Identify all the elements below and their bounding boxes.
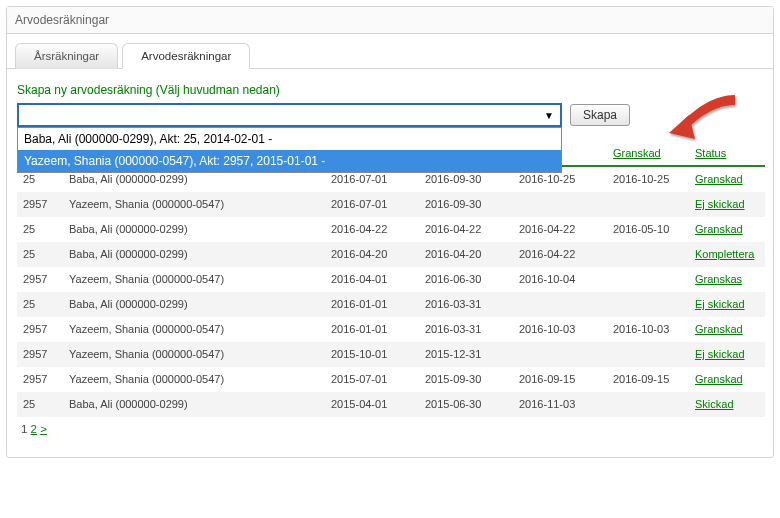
cell-tom: 2016-04-20 [419,242,513,267]
cell-from: 2016-04-22 [325,217,419,242]
table-row[interactable]: 2957Yazeem, Shania (000000-0547)2016-01-… [17,317,765,342]
cell-rev [607,292,689,317]
cell-status: Granskad [689,217,765,242]
cell-rev: 2016-10-03 [607,317,689,342]
cell-from: 2016-01-01 [325,317,419,342]
dropdown-option[interactable]: Baba, Ali (000000-0299), Akt: 25, 2014-0… [18,128,561,150]
cell-sent [513,292,607,317]
cell-name: Baba, Ali (000000-0299) [63,217,325,242]
cell-akt: 2957 [17,192,63,217]
cell-rev: 2016-09-15 [607,367,689,392]
status-link[interactable]: Ej skickad [695,348,745,360]
pager: 1 2 > [17,417,763,441]
tab-annual[interactable]: Årsräkningar [15,43,118,69]
principal-select[interactable]: ▼ [17,103,562,127]
table-row[interactable]: 2957Yazeem, Shania (000000-0547)2016-04-… [17,267,765,292]
table-row[interactable]: 2957Yazeem, Shania (000000-0547)2015-07-… [17,367,765,392]
sort-reviewed[interactable]: Granskad [613,147,661,159]
table-row[interactable]: 25Baba, Ali (000000-0299)2015-04-012015-… [17,392,765,417]
cell-akt: 25 [17,242,63,267]
cell-akt: 25 [17,217,63,242]
cell-name: Yazeem, Shania (000000-0547) [63,342,325,367]
cell-from: 2015-07-01 [325,367,419,392]
cell-tom: 2016-04-22 [419,217,513,242]
cell-name: Baba, Ali (000000-0299) [63,292,325,317]
sort-status[interactable]: Status [695,147,726,159]
fee-panel: Arvodesräkningar Årsräkningar Arvodesräk… [6,6,774,458]
cell-status: Granskad [689,317,765,342]
cell-tom: 2016-09-30 [419,192,513,217]
cell-status: Granskad [689,367,765,392]
cell-name: Yazeem, Shania (000000-0547) [63,367,325,392]
pager-page-2[interactable]: 2 [31,423,37,435]
chevron-down-icon: ▼ [544,110,554,121]
tab-fee[interactable]: Arvodesräkningar [122,43,250,69]
fee-table: Skickad Granskad Status 25Baba, Ali (000… [17,141,765,417]
cell-rev [607,192,689,217]
cell-name: Baba, Ali (000000-0299) [63,242,325,267]
cell-akt: 2957 [17,367,63,392]
create-button[interactable]: Skapa [570,104,630,126]
cell-status: Ej skickad [689,192,765,217]
cell-from: 2016-04-01 [325,267,419,292]
create-row: ▼ Baba, Ali (000000-0299), Akt: 25, 2014… [17,103,763,127]
pager-current: 1 [21,423,27,435]
cell-akt: 25 [17,392,63,417]
cell-from: 2015-04-01 [325,392,419,417]
cell-name: Yazeem, Shania (000000-0547) [63,267,325,292]
table-row[interactable]: 2957Yazeem, Shania (000000-0547)2015-10-… [17,342,765,367]
status-link[interactable]: Skickad [695,398,734,410]
cell-status: Komplettera [689,242,765,267]
status-link[interactable]: Granskad [695,223,743,235]
cell-sent [513,342,607,367]
cell-name: Yazeem, Shania (000000-0547) [63,192,325,217]
tab-bar: Årsräkningar Arvodesräkningar [7,34,773,69]
cell-from: 2016-04-20 [325,242,419,267]
cell-tom: 2016-06-30 [419,267,513,292]
col-reviewed: Granskad [607,141,689,166]
table-row[interactable]: 25Baba, Ali (000000-0299)2016-04-222016-… [17,217,765,242]
status-link[interactable]: Ej skickad [695,198,745,210]
cell-name: Baba, Ali (000000-0299) [63,392,325,417]
cell-rev: 2016-10-25 [607,166,689,192]
cell-sent [513,192,607,217]
cell-sent: 2016-11-03 [513,392,607,417]
cell-from: 2015-10-01 [325,342,419,367]
cell-akt: 2957 [17,342,63,367]
cell-akt: 2957 [17,317,63,342]
cell-tom: 2015-09-30 [419,367,513,392]
status-link[interactable]: Granskas [695,273,742,285]
cell-status: Granskas [689,267,765,292]
cell-tom: 2016-03-31 [419,317,513,342]
cell-sent: 2016-04-22 [513,217,607,242]
create-label: Skapa ny arvodesräkning (Välj huvudman n… [17,83,763,97]
panel-title: Arvodesräkningar [7,7,773,34]
cell-rev [607,342,689,367]
col-status: Status [689,141,765,166]
cell-sent: 2016-10-04 [513,267,607,292]
principal-dropdown: Baba, Ali (000000-0299), Akt: 25, 2014-0… [17,127,562,173]
cell-rev [607,267,689,292]
principal-select-wrap: ▼ Baba, Ali (000000-0299), Akt: 25, 2014… [17,103,562,127]
pager-next[interactable]: > [40,423,47,435]
status-link[interactable]: Granskad [695,323,743,335]
status-link[interactable]: Komplettera [695,248,754,260]
cell-status: Granskad [689,166,765,192]
table-row[interactable]: 25Baba, Ali (000000-0299)2016-01-012016-… [17,292,765,317]
cell-tom: 2015-06-30 [419,392,513,417]
dropdown-option[interactable]: Yazeem, Shania (000000-0547), Akt: 2957,… [18,150,561,172]
cell-akt: 25 [17,292,63,317]
cell-rev: 2016-05-10 [607,217,689,242]
cell-status: Ej skickad [689,292,765,317]
status-link[interactable]: Ej skickad [695,298,745,310]
table-row[interactable]: 2957Yazeem, Shania (000000-0547)2016-07-… [17,192,765,217]
cell-from: 2016-01-01 [325,292,419,317]
cell-status: Ej skickad [689,342,765,367]
cell-from: 2016-07-01 [325,192,419,217]
status-link[interactable]: Granskad [695,373,743,385]
tab-content: Skapa ny arvodesräkning (Välj huvudman n… [7,69,773,457]
status-link[interactable]: Granskad [695,173,743,185]
table-row[interactable]: 25Baba, Ali (000000-0299)2016-04-202016-… [17,242,765,267]
cell-sent: 2016-04-22 [513,242,607,267]
cell-sent: 2016-09-15 [513,367,607,392]
